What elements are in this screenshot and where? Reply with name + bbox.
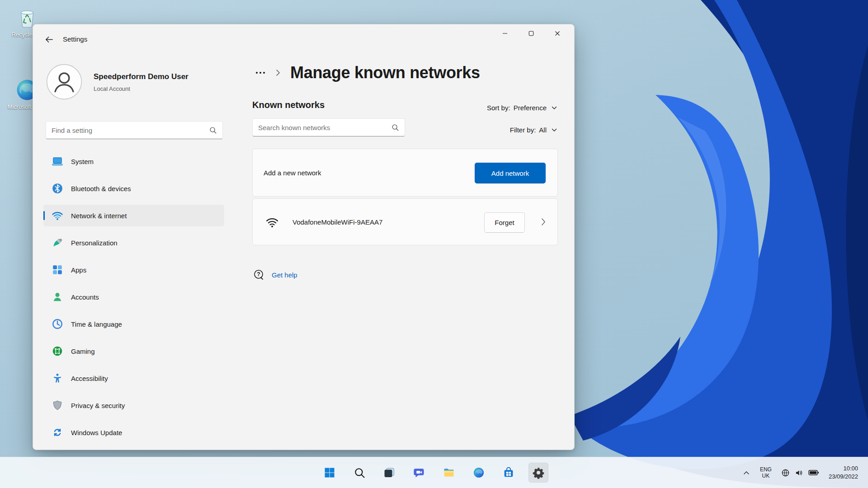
sidebar-item-accounts[interactable]: Accounts	[43, 286, 224, 308]
search-icon	[209, 126, 217, 134]
system-tray: ENG UK 10:00 23/09/2022	[741, 457, 858, 488]
personalization-icon	[52, 237, 63, 249]
page-title: Manage known networks	[290, 63, 480, 82]
start-button[interactable]	[320, 463, 340, 483]
chat-button[interactable]	[409, 463, 429, 483]
sort-by-dropdown[interactable]: Sort by: Preference	[487, 104, 557, 112]
taskbar-search-button[interactable]	[349, 463, 369, 483]
breadcrumb: Manage known networks	[252, 61, 480, 84]
sidebar-item-label: Network & internet	[71, 212, 127, 220]
apps-icon	[52, 264, 63, 276]
add-network-button[interactable]: Add network	[475, 163, 546, 183]
back-button[interactable]	[40, 31, 57, 48]
sidebar-item-label: Bluetooth & devices	[71, 185, 131, 192]
chevron-right-icon[interactable]	[541, 218, 546, 226]
sidebar-item-bluetooth-devices[interactable]: Bluetooth & devices	[43, 178, 224, 199]
edge-button[interactable]	[469, 463, 489, 483]
battery-icon	[808, 469, 819, 476]
system-icon	[52, 155, 63, 167]
known-network-row: VodafoneMobileWiFi-9AEAA7 Forget	[252, 198, 558, 245]
settings-search-box	[46, 121, 223, 139]
avatar[interactable]	[46, 64, 82, 100]
windows-logo-icon	[323, 466, 336, 479]
sidebar-item-network-internet[interactable]: Network & internet	[43, 205, 224, 226]
language-indicator[interactable]: ENG UK	[760, 466, 772, 479]
accessibility-icon	[52, 372, 63, 384]
chevron-down-icon	[552, 106, 557, 110]
wifi-icon	[265, 216, 279, 229]
user-account-type: Local Account	[94, 85, 130, 92]
language-line2: UK	[760, 473, 772, 479]
search-icon	[391, 123, 399, 131]
accounts-icon	[52, 291, 63, 303]
taskbar-center	[320, 463, 548, 483]
known-networks-search-input[interactable]	[253, 124, 391, 131]
sidebar-item-label: Time & language	[71, 320, 122, 328]
ellipsis-icon	[255, 71, 265, 74]
store-button[interactable]	[499, 463, 519, 483]
window-title: Settings	[63, 35, 87, 43]
chevron-down-icon	[552, 128, 557, 132]
language-line1: ENG	[760, 466, 772, 473]
tray-overflow-button[interactable]	[741, 467, 752, 479]
filter-by-value: All	[539, 126, 547, 134]
known-networks-heading: Known networks	[252, 100, 325, 110]
add-network-label: Add a new network	[264, 149, 321, 196]
sidebar-item-label: Apps	[71, 266, 86, 274]
clock-date: 23/09/2022	[829, 473, 858, 481]
taskbar: ENG UK 10:00 23/09/2022	[0, 457, 868, 488]
windows-update-icon	[52, 427, 63, 438]
sidebar-item-label: System	[71, 158, 94, 165]
network-icon	[52, 210, 63, 221]
sidebar-item-label: Personalization	[71, 239, 118, 247]
sidebar-item-privacy-security[interactable]: Privacy & security	[43, 394, 224, 416]
file-explorer-button[interactable]	[439, 463, 459, 483]
sidebar-item-apps[interactable]: Apps	[43, 259, 224, 281]
taskbar-clock[interactable]: 10:00 23/09/2022	[829, 465, 858, 480]
sidebar-item-windows-update[interactable]: Windows Update	[43, 422, 224, 443]
shield-icon	[52, 399, 63, 411]
breadcrumb-ellipsis-button[interactable]	[252, 65, 269, 80]
gaming-icon	[52, 345, 63, 357]
sidebar-item-label: Accessibility	[71, 375, 108, 382]
sidebar-item-label: Gaming	[71, 347, 95, 355]
chevron-up-icon	[743, 471, 750, 475]
forget-button[interactable]: Forget	[484, 212, 525, 233]
filter-by-label: Filter by:	[510, 126, 536, 134]
quick-settings[interactable]	[779, 466, 821, 480]
sidebar-item-time-language[interactable]: Time & language	[43, 313, 224, 335]
settings-window: Settings Speedperform Demo User Local Ac…	[33, 24, 575, 450]
chevron-right-icon	[276, 69, 280, 76]
filter-by-dropdown[interactable]: Filter by: All	[510, 126, 557, 134]
network-name: VodafoneMobileWiFi-9AEAA7	[292, 199, 382, 245]
main-content: Manage known networks Known networks Sor…	[252, 24, 558, 450]
svg-text:?: ?	[257, 271, 260, 277]
sort-by-label: Sort by:	[487, 104, 510, 112]
edge-icon	[472, 466, 485, 479]
network-globe-icon	[781, 469, 790, 477]
time-language-icon	[52, 318, 63, 330]
sidebar-item-accessibility[interactable]: Accessibility	[43, 367, 224, 389]
search-icon	[353, 466, 366, 479]
volume-icon	[795, 469, 803, 477]
sort-by-value: Preference	[514, 104, 547, 112]
task-view-button[interactable]	[379, 463, 399, 483]
chat-icon	[413, 466, 425, 479]
clock-time: 10:00	[829, 465, 858, 473]
get-help-link[interactable]: Get help	[272, 271, 297, 279]
sidebar-item-personalization[interactable]: Personalization	[43, 232, 224, 253]
sidebar-item-gaming[interactable]: Gaming	[43, 340, 224, 362]
sidebar-item-label: Windows Update	[71, 429, 122, 436]
store-icon	[502, 466, 515, 479]
settings-taskbar-button[interactable]	[528, 463, 548, 483]
get-help-row: ? Get help	[253, 267, 297, 283]
sidebar-nav: System Bluetooth & devices Network & int…	[43, 150, 224, 449]
settings-search-input[interactable]	[46, 127, 209, 134]
sidebar-item-system[interactable]: System	[43, 150, 224, 172]
add-network-card: Add a new network Add network	[252, 149, 558, 197]
task-view-icon	[383, 466, 396, 479]
back-arrow-icon	[45, 35, 53, 44]
sidebar-item-label: Privacy & security	[71, 402, 125, 409]
selected-accent-bar	[43, 211, 45, 220]
sidebar-item-label: Accounts	[71, 293, 99, 301]
